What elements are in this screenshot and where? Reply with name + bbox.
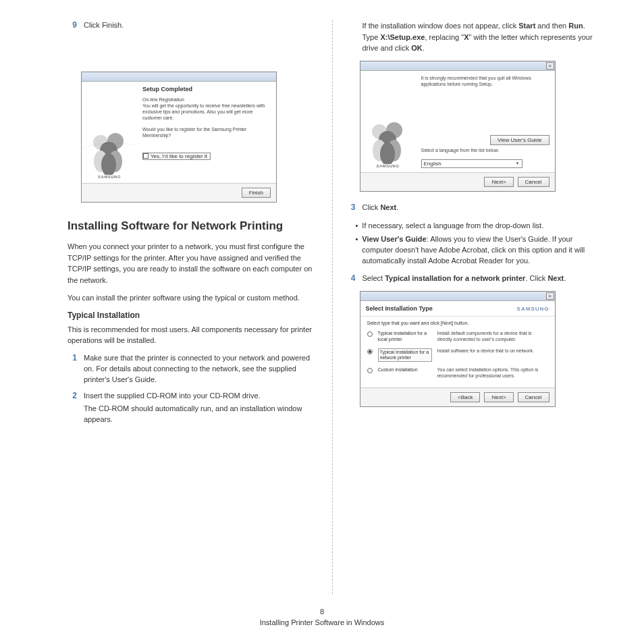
cancel-button[interactable]: Cancel [518, 392, 549, 402]
language-value: English [424, 161, 441, 167]
option-label: Typical installation for a network print… [378, 348, 432, 363]
step-3: 3 Click Next. [346, 203, 597, 216]
right-column: If the installation window does not appe… [333, 20, 611, 594]
option-custom[interactable]: Custom installation You can select insta… [367, 367, 548, 379]
dialog-heading: Setup Completed [142, 86, 271, 92]
dialog-titlebar [82, 72, 276, 82]
intro-para-2: You can install the printer software usi… [68, 292, 319, 304]
intro-para-1: When you connect your printer to a netwo… [68, 241, 319, 286]
step-number: 2 [68, 391, 77, 429]
dialog-graphic: SAMSUNG [82, 82, 137, 183]
view-guide-button[interactable]: View User's Guide [490, 135, 549, 145]
close-icon[interactable]: × [546, 292, 554, 300]
samsung-logo: SAMSUNG [376, 164, 399, 168]
step-text: Select Typical installation for a networ… [363, 273, 597, 284]
step-4: 4 Select Typical installation for a netw… [346, 273, 597, 284]
step-text-l2: The CD-ROM should automatically run, and… [84, 404, 319, 425]
samsung-logo: SAMSUNG [517, 306, 549, 312]
step-text-l1: Insert the supplied CD-ROM into your CD-… [84, 391, 319, 402]
install-type-dialog: × Select Installation Type SAMSUNG Selec… [360, 291, 556, 407]
option-desc: Install software for a device that is on… [437, 348, 548, 354]
step-text: Click Next. [363, 203, 597, 213]
option-label: Custom installation [378, 367, 432, 373]
step-number: 4 [346, 273, 356, 284]
reg-heading: On-line Registration [142, 97, 184, 102]
samsung-logo: SAMSUNG [98, 175, 121, 179]
bullet-lang: • If necessary, select a language from t… [356, 221, 597, 232]
option-label: Typical installation for a local printer [378, 331, 432, 342]
step-9: 9 Click Finish. [68, 20, 319, 31]
close-icon[interactable]: × [546, 62, 554, 70]
dialog-heading: Select Installation Type [366, 305, 433, 312]
setup-completed-dialog: SAMSUNG Setup Completed On-line Registra… [81, 72, 277, 203]
reg-text: You will get the opportunity to receive … [142, 103, 265, 120]
radio-icon [367, 331, 373, 337]
bullet-guide: • View User's Guide: Allows you to view … [356, 234, 597, 267]
step-text: Make sure that the printer is connected … [84, 353, 319, 385]
chevron-down-icon: ▼ [516, 161, 520, 165]
sub-heading: Typical Installation [68, 311, 319, 320]
next-button[interactable]: Next> [484, 392, 513, 402]
page-number: 8 [0, 607, 644, 617]
language-dialog: × SAMSUNG It is strongly recommended th [360, 61, 556, 192]
dialog-titlebar: × [360, 61, 555, 71]
step-2: 2 Insert the supplied CD-ROM into your C… [68, 391, 319, 429]
dialog-graphic: SAMSUNG [360, 71, 416, 172]
option-local[interactable]: Typical installation for a local printer… [367, 331, 548, 343]
radio-icon [367, 368, 373, 373]
register-checkbox[interactable]: Yes, I'd like to register it [142, 153, 211, 160]
step-text: Click Finish. [84, 20, 319, 31]
lang-label: Select a language from the list below. [421, 147, 549, 153]
option-desc: You can select installation options. Thi… [437, 367, 548, 379]
finish-button[interactable]: Finish [242, 188, 271, 198]
people-icon [365, 117, 412, 164]
dialog-titlebar: × [360, 292, 555, 301]
reg-question: Would you like to register for the Samsu… [142, 126, 271, 138]
cancel-button[interactable]: Cancel [518, 177, 549, 187]
checkbox-label: Yes, I'd like to register it [151, 153, 207, 159]
step-number: 9 [68, 20, 77, 31]
page-title: Installing Printer Software in Windows [0, 618, 644, 628]
option-network[interactable]: Typical installation for a network print… [367, 348, 548, 363]
next-button[interactable]: Next> [484, 177, 513, 187]
back-button[interactable]: <Back [450, 392, 480, 402]
step-number: 1 [68, 353, 77, 385]
option-desc: Install default components for a device … [437, 331, 548, 343]
checkbox-icon [143, 153, 149, 159]
run-instruction: If the installation window does not appe… [363, 20, 597, 54]
left-column: 9 Click Finish. SAMSUNG [34, 20, 332, 594]
recommend-text: It is strongly recommended that you quit… [421, 75, 549, 87]
step-number: 3 [346, 203, 356, 216]
step-1: 1 Make sure that the printer is connecte… [68, 353, 319, 385]
language-select[interactable]: English ▼ [421, 159, 522, 168]
radio-icon [367, 349, 373, 354]
dialog-instruction: Select type that you want and click [Nex… [367, 321, 548, 325]
page-footer: 8 Installing Printer Software in Windows [0, 607, 644, 628]
intro-para-3: This is recommended for most users. All … [68, 324, 319, 346]
section-title: Installing Software for Network Printing [68, 219, 319, 233]
